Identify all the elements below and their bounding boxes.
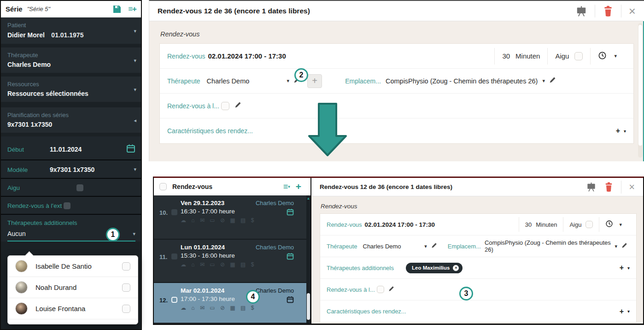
edit-pencil-icon[interactable]	[234, 101, 242, 111]
duration-value[interactable]: 30	[502, 52, 510, 60]
option-checkbox[interactable]	[122, 283, 130, 292]
chevron-down-icon[interactable]: ▾	[134, 57, 136, 63]
appointment-datetime[interactable]: 02.01.2024 17:00 - 17:30	[208, 52, 286, 60]
chip-remove-icon[interactable]: ×	[453, 265, 459, 271]
calendar-icon[interactable]	[126, 144, 135, 155]
trash-icon[interactable]	[604, 182, 614, 192]
appointment-label: Rendez-vous	[167, 53, 205, 60]
start-date-value[interactable]: 11.01.2024	[50, 146, 126, 153]
add-characteristic-control[interactable]: + ▾	[620, 307, 630, 316]
scroll-up-icon[interactable]: ▲	[306, 196, 310, 200]
external-toggle[interactable]	[64, 202, 70, 209]
edit-pencil-icon[interactable]	[621, 242, 628, 251]
acute-checkbox[interactable]	[585, 221, 593, 228]
resources-selector[interactable]: Ressources Ressources sélectionnées ▾	[1, 77, 141, 102]
planning-value: 9x7301 1x7350	[7, 121, 135, 128]
additional-therapist-chip[interactable]: Leo Maximilius ×	[406, 263, 463, 273]
list-item-11[interactable]: 11. Lun 01.01.2024 15:30 - 16:00 heure C…	[154, 240, 310, 283]
scrollbar[interactable]	[638, 23, 643, 158]
detail-bottom-header: Rendez-vous 12 de 36 (encore 1 dates lib…	[311, 178, 643, 196]
scrollbar-thumb[interactable]	[307, 293, 310, 320]
external-checkbox[interactable]	[377, 286, 384, 293]
clock-icon[interactable]	[598, 51, 607, 61]
close-icon[interactable]: ×	[629, 182, 635, 192]
item-checkbox[interactable]	[171, 209, 177, 215]
scrollbar-thumb[interactable]	[638, 25, 642, 146]
chevron-down-icon[interactable]: ▾	[134, 28, 136, 34]
plus-icon[interactable]: +	[620, 307, 624, 316]
duration-cell[interactable]: 30 Minuten	[519, 217, 563, 232]
time-options-cell[interactable]: ▾	[599, 217, 630, 232]
add-characteristic-control[interactable]: + ▾	[616, 127, 626, 135]
appointment-datetime[interactable]: 02.01.2024 17:00 - 17:30	[365, 221, 435, 228]
add-therapist-button[interactable]: +	[307, 74, 322, 88]
location-value[interactable]: CompisPhysio (Zoug - Chemin des thérapeu…	[386, 77, 538, 85]
characteristics-label: Caractéristiques des rendez...	[167, 127, 253, 135]
list-scrollbar[interactable]: ▲	[306, 195, 310, 324]
edit-pencil-icon[interactable]	[549, 76, 556, 86]
plus-icon[interactable]: +	[616, 127, 620, 135]
item-checkbox[interactable]	[171, 253, 177, 259]
presentation-board-icon[interactable]	[586, 182, 597, 192]
dropdown-option-noah[interactable]: Noah Durand	[8, 277, 138, 298]
duration-value[interactable]: 30	[525, 221, 532, 228]
list-item-10[interactable]: 10. Ven 29.12.2023 16:30 - 17:00 heure C…	[154, 195, 310, 240]
list-item-12-selected[interactable]: 12. Mar 02.01.2024 17:00 - 17:30 heure C…	[154, 283, 310, 323]
acute-checkbox[interactable]	[574, 52, 583, 60]
duration-unit: Minuten	[536, 221, 557, 228]
chevron-down-icon[interactable]: ▾	[615, 243, 617, 249]
edit-pencil-icon[interactable]	[388, 285, 395, 294]
save-icon[interactable]	[112, 5, 122, 14]
avatar	[15, 302, 28, 315]
add-series-icon[interactable]: ≡+	[128, 5, 136, 14]
chevron-down-icon[interactable]: ▾	[542, 78, 545, 84]
chevron-down-icon[interactable]: ▾	[614, 53, 617, 59]
chevron-left-icon[interactable]: ◂	[134, 117, 136, 123]
patient-selector[interactable]: Patient Didier Morel 01.01.1975 ▾	[1, 18, 141, 44]
trash-icon[interactable]	[603, 5, 614, 17]
additional-therapists-row: Thérapeutes additionnels Leo Maximilius …	[320, 257, 636, 279]
therapist-value[interactable]: Charles Demo	[207, 77, 285, 85]
chevron-down-icon[interactable]: ▾	[627, 309, 630, 314]
model-field[interactable]: Modèle 9x7301 1x7350 ▾	[1, 160, 141, 179]
add-additional-therapist-control[interactable]: + ▾	[620, 264, 630, 272]
resources-label: Ressources	[7, 81, 135, 88]
chevron-down-icon[interactable]: ▾	[287, 78, 290, 84]
item-number: 11.	[159, 253, 167, 260]
chevron-down-icon[interactable]: ▾	[134, 166, 136, 172]
dropdown-option-isabelle[interactable]: Isabelle De Santio	[8, 256, 138, 277]
chevron-down-icon[interactable]: ▾	[627, 265, 630, 271]
external-checkbox[interactable]	[221, 102, 229, 110]
chevron-down-icon[interactable]: ▾	[624, 129, 626, 134]
add-appointment-icon[interactable]: +	[296, 181, 301, 192]
acute-label: Aigu	[7, 184, 50, 191]
plus-icon[interactable]: +	[620, 264, 624, 272]
presentation-board-icon[interactable]	[575, 5, 587, 17]
calendar-icon[interactable]	[287, 208, 294, 218]
therapist-selector[interactable]: Thérapeute Charles Demo ▾	[1, 47, 141, 73]
edit-pencil-icon[interactable]	[431, 242, 438, 251]
chevron-down-icon[interactable]: ▾	[619, 222, 622, 228]
close-icon[interactable]: ×	[629, 5, 636, 17]
chevron-down-icon[interactable]: ▾	[134, 86, 136, 92]
option-name: Isabelle De Santio	[35, 262, 122, 270]
location-value[interactable]: CompisPhysio (Zoug - Chemin des thérapeu…	[485, 239, 611, 253]
chevron-down-icon[interactable]: ▾	[133, 231, 135, 237]
section-label: Rendez-vous	[160, 30, 634, 38]
clock-icon[interactable]	[605, 220, 613, 229]
item-checkbox[interactable]	[171, 297, 177, 303]
option-checkbox[interactable]	[122, 262, 130, 271]
time-options-cell[interactable]: ▾	[590, 48, 626, 65]
duration-cell[interactable]: 30 Minuten	[494, 48, 547, 65]
calendar-icon[interactable]	[287, 296, 294, 305]
therapist-value[interactable]: Charles Demo	[363, 243, 423, 250]
select-all-checkbox[interactable]	[159, 183, 167, 190]
annotation-step-2: 2	[294, 68, 308, 82]
dropdown-option-louise[interactable]: Louise Frontana	[8, 298, 138, 319]
chevron-down-icon[interactable]: ▾	[424, 243, 427, 249]
list-menu-icon[interactable]: ≡▾	[283, 182, 290, 192]
acute-toggle[interactable]	[76, 184, 83, 191]
calendar-icon[interactable]	[287, 253, 294, 262]
series-planning-selector[interactable]: Planification des séries 9x7301 1x7350 ◂	[1, 107, 141, 133]
option-checkbox[interactable]	[122, 305, 130, 313]
